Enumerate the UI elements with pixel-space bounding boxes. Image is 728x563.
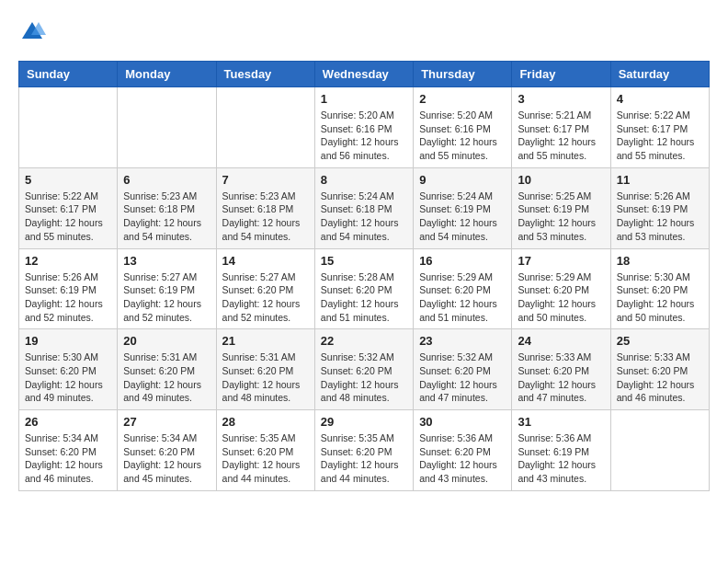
day-number: 27	[123, 415, 210, 429]
day-number: 26	[25, 415, 111, 429]
calendar-day-cell: 7Sunrise: 5:23 AM Sunset: 6:18 PM Daylig…	[216, 167, 314, 248]
calendar-day-cell: 18Sunrise: 5:30 AM Sunset: 6:20 PM Dayli…	[610, 248, 709, 329]
calendar-day-cell: 21Sunrise: 5:31 AM Sunset: 6:20 PM Dayli…	[216, 329, 314, 410]
page-header	[18, 18, 710, 46]
calendar-week-row: 19Sunrise: 5:30 AM Sunset: 6:20 PM Dayli…	[19, 329, 710, 410]
calendar-day-cell: 10Sunrise: 5:25 AM Sunset: 6:19 PM Dayli…	[512, 167, 610, 248]
weekday-header-cell: Tuesday	[216, 62, 314, 87]
calendar-week-row: 26Sunrise: 5:34 AM Sunset: 6:20 PM Dayli…	[19, 410, 710, 491]
calendar-day-cell: 25Sunrise: 5:33 AM Sunset: 6:20 PM Dayli…	[610, 329, 709, 410]
day-number: 8	[321, 173, 407, 187]
day-number: 24	[518, 334, 604, 348]
calendar-day-cell	[19, 87, 118, 168]
day-info: Sunrise: 5:33 AM Sunset: 6:20 PM Dayligh…	[518, 350, 604, 405]
weekday-header-row: SundayMondayTuesdayWednesdayThursdayFrid…	[19, 62, 710, 87]
day-number: 20	[123, 334, 210, 348]
calendar-day-cell: 12Sunrise: 5:26 AM Sunset: 6:19 PM Dayli…	[19, 248, 118, 329]
day-number: 17	[518, 254, 604, 268]
calendar-day-cell	[118, 87, 216, 168]
weekday-header-cell: Friday	[512, 62, 610, 87]
calendar-day-cell: 1Sunrise: 5:20 AM Sunset: 6:16 PM Daylig…	[314, 87, 413, 168]
day-info: Sunrise: 5:22 AM Sunset: 6:17 PM Dayligh…	[25, 190, 111, 244]
day-number: 18	[617, 254, 703, 268]
day-info: Sunrise: 5:24 AM Sunset: 6:19 PM Dayligh…	[419, 190, 506, 244]
day-number: 25	[617, 334, 703, 348]
calendar-day-cell: 17Sunrise: 5:29 AM Sunset: 6:20 PM Dayli…	[512, 248, 610, 329]
day-number: 22	[321, 334, 407, 348]
calendar-day-cell: 6Sunrise: 5:23 AM Sunset: 6:18 PM Daylig…	[118, 167, 216, 248]
calendar-day-cell: 14Sunrise: 5:27 AM Sunset: 6:20 PM Dayli…	[216, 248, 314, 329]
day-info: Sunrise: 5:20 AM Sunset: 6:16 PM Dayligh…	[419, 109, 506, 163]
weekday-header-cell: Wednesday	[314, 62, 413, 87]
day-info: Sunrise: 5:29 AM Sunset: 6:20 PM Dayligh…	[419, 270, 506, 325]
calendar-day-cell	[610, 410, 709, 491]
day-info: Sunrise: 5:36 AM Sunset: 6:19 PM Dayligh…	[518, 431, 604, 486]
day-info: Sunrise: 5:34 AM Sunset: 6:20 PM Dayligh…	[25, 431, 111, 486]
weekday-header-cell: Monday	[118, 62, 216, 87]
day-number: 7	[222, 173, 309, 187]
day-number: 30	[419, 415, 506, 429]
day-info: Sunrise: 5:20 AM Sunset: 6:16 PM Dayligh…	[321, 109, 407, 163]
day-number: 16	[419, 254, 506, 268]
day-info: Sunrise: 5:21 AM Sunset: 6:17 PM Dayligh…	[518, 109, 604, 163]
calendar-table: SundayMondayTuesdayWednesdayThursdayFrid…	[18, 61, 710, 491]
day-number: 19	[25, 334, 111, 348]
day-info: Sunrise: 5:26 AM Sunset: 6:19 PM Dayligh…	[25, 270, 111, 325]
day-info: Sunrise: 5:33 AM Sunset: 6:20 PM Dayligh…	[617, 350, 703, 405]
day-info: Sunrise: 5:26 AM Sunset: 6:19 PM Dayligh…	[617, 190, 703, 244]
day-info: Sunrise: 5:31 AM Sunset: 6:20 PM Dayligh…	[123, 350, 210, 405]
day-info: Sunrise: 5:30 AM Sunset: 6:20 PM Dayligh…	[25, 350, 111, 405]
day-info: Sunrise: 5:32 AM Sunset: 6:20 PM Dayligh…	[419, 350, 506, 405]
calendar-week-row: 5Sunrise: 5:22 AM Sunset: 6:17 PM Daylig…	[19, 167, 710, 248]
calendar-day-cell: 2Sunrise: 5:20 AM Sunset: 6:16 PM Daylig…	[414, 87, 512, 168]
day-info: Sunrise: 5:27 AM Sunset: 6:19 PM Dayligh…	[123, 270, 210, 325]
calendar-day-cell: 22Sunrise: 5:32 AM Sunset: 6:20 PM Dayli…	[314, 329, 413, 410]
day-number: 29	[321, 415, 407, 429]
day-number: 9	[419, 173, 506, 187]
day-number: 23	[419, 334, 506, 348]
day-info: Sunrise: 5:32 AM Sunset: 6:20 PM Dayligh…	[321, 350, 407, 405]
calendar-day-cell: 11Sunrise: 5:26 AM Sunset: 6:19 PM Dayli…	[610, 167, 709, 248]
weekday-header-cell: Saturday	[610, 62, 709, 87]
logo-icon	[18, 18, 46, 46]
day-number: 1	[321, 92, 407, 106]
day-info: Sunrise: 5:34 AM Sunset: 6:20 PM Dayligh…	[123, 431, 210, 486]
calendar-day-cell	[216, 87, 314, 168]
calendar-day-cell: 13Sunrise: 5:27 AM Sunset: 6:19 PM Dayli…	[118, 248, 216, 329]
day-info: Sunrise: 5:35 AM Sunset: 6:20 PM Dayligh…	[321, 431, 407, 486]
calendar-body: 1Sunrise: 5:20 AM Sunset: 6:16 PM Daylig…	[19, 87, 710, 491]
day-number: 11	[617, 173, 703, 187]
day-info: Sunrise: 5:28 AM Sunset: 6:20 PM Dayligh…	[321, 270, 407, 325]
day-info: Sunrise: 5:25 AM Sunset: 6:19 PM Dayligh…	[518, 190, 604, 244]
calendar-day-cell: 4Sunrise: 5:22 AM Sunset: 6:17 PM Daylig…	[610, 87, 709, 168]
calendar-day-cell: 15Sunrise: 5:28 AM Sunset: 6:20 PM Dayli…	[314, 248, 413, 329]
day-number: 4	[617, 92, 703, 106]
day-number: 15	[321, 254, 407, 268]
day-number: 6	[123, 173, 210, 187]
day-info: Sunrise: 5:27 AM Sunset: 6:20 PM Dayligh…	[222, 270, 309, 325]
day-number: 28	[222, 415, 309, 429]
calendar-day-cell: 30Sunrise: 5:36 AM Sunset: 6:20 PM Dayli…	[414, 410, 512, 491]
day-number: 31	[518, 415, 604, 429]
day-info: Sunrise: 5:23 AM Sunset: 6:18 PM Dayligh…	[123, 190, 210, 244]
calendar-day-cell: 19Sunrise: 5:30 AM Sunset: 6:20 PM Dayli…	[19, 329, 118, 410]
day-number: 5	[25, 173, 111, 187]
day-number: 3	[518, 92, 604, 106]
logo	[18, 18, 51, 46]
day-info: Sunrise: 5:35 AM Sunset: 6:20 PM Dayligh…	[222, 431, 309, 486]
day-info: Sunrise: 5:23 AM Sunset: 6:18 PM Dayligh…	[222, 190, 309, 244]
calendar-day-cell: 26Sunrise: 5:34 AM Sunset: 6:20 PM Dayli…	[19, 410, 118, 491]
calendar-day-cell: 31Sunrise: 5:36 AM Sunset: 6:19 PM Dayli…	[512, 410, 610, 491]
calendar-day-cell: 9Sunrise: 5:24 AM Sunset: 6:19 PM Daylig…	[414, 167, 512, 248]
calendar-day-cell: 24Sunrise: 5:33 AM Sunset: 6:20 PM Dayli…	[512, 329, 610, 410]
calendar-day-cell: 27Sunrise: 5:34 AM Sunset: 6:20 PM Dayli…	[118, 410, 216, 491]
day-info: Sunrise: 5:22 AM Sunset: 6:17 PM Dayligh…	[617, 109, 703, 163]
calendar-day-cell: 29Sunrise: 5:35 AM Sunset: 6:20 PM Dayli…	[314, 410, 413, 491]
day-info: Sunrise: 5:31 AM Sunset: 6:20 PM Dayligh…	[222, 350, 309, 405]
calendar-day-cell: 16Sunrise: 5:29 AM Sunset: 6:20 PM Dayli…	[414, 248, 512, 329]
calendar-day-cell: 3Sunrise: 5:21 AM Sunset: 6:17 PM Daylig…	[512, 87, 610, 168]
calendar-day-cell: 5Sunrise: 5:22 AM Sunset: 6:17 PM Daylig…	[19, 167, 118, 248]
day-info: Sunrise: 5:30 AM Sunset: 6:20 PM Dayligh…	[617, 270, 703, 325]
calendar-week-row: 1Sunrise: 5:20 AM Sunset: 6:16 PM Daylig…	[19, 87, 710, 168]
day-info: Sunrise: 5:36 AM Sunset: 6:20 PM Dayligh…	[419, 431, 506, 486]
